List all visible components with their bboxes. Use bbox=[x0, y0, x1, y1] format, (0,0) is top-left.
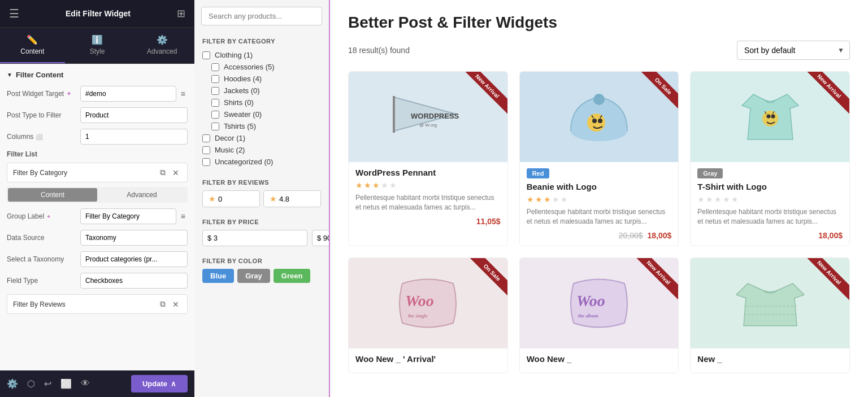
field-type-select[interactable]: Checkboxes bbox=[80, 273, 188, 289]
filter-by-reviews-section: FILTER BY REVIEWS ★ 0 ★ 4.8 bbox=[194, 173, 329, 213]
category-jackets[interactable]: Jackets (0) bbox=[202, 85, 321, 97]
checkbox-hoodies[interactable] bbox=[211, 75, 219, 83]
delete-category-btn[interactable]: ✕ bbox=[170, 167, 181, 178]
product-stars-0: ★ ★ ★ ★ ★ bbox=[355, 181, 501, 190]
checkbox-decor[interactable] bbox=[202, 134, 210, 142]
info-icon: ℹ️ bbox=[92, 34, 103, 45]
history-icon[interactable]: ↩ bbox=[44, 378, 51, 389]
svg-point-7 bbox=[592, 119, 597, 123]
category-uncategorized[interactable]: Uncategorized (0) bbox=[202, 156, 321, 168]
color-btn-blue[interactable]: Blue bbox=[202, 269, 234, 283]
checkbox-clothing[interactable] bbox=[202, 51, 210, 59]
product-stars-2: ★ ★ ★ ★ ★ bbox=[697, 195, 843, 204]
color-btn-gray[interactable]: Gray bbox=[237, 269, 270, 283]
price-min-input[interactable] bbox=[202, 230, 307, 246]
old-price-1: 20,00$ bbox=[619, 231, 643, 240]
ribbon-1: On Sale bbox=[637, 72, 678, 112]
group-label-input[interactable] bbox=[80, 208, 176, 224]
columns-row: Columns ⬜ 1 bbox=[7, 129, 188, 145]
data-source-select[interactable]: Taxonomy bbox=[80, 230, 188, 246]
product-info-4: Woo New _ bbox=[520, 348, 679, 373]
category-clothing[interactable]: Clothing (1) bbox=[202, 49, 321, 61]
page-title: Better Post & Filter Widgets bbox=[348, 14, 850, 32]
post-type-select[interactable]: Product bbox=[80, 107, 188, 123]
checkbox-uncategorized[interactable] bbox=[202, 158, 210, 166]
tshirt-svg bbox=[736, 86, 804, 148]
tab-content[interactable]: ✏️ Content bbox=[0, 28, 65, 63]
menu-icon[interactable]: ☰ bbox=[9, 7, 19, 20]
product-image-0: WORDPRESS @ W.org New Arrival bbox=[349, 72, 507, 162]
field-type-row: Field Type Checkboxes bbox=[7, 273, 188, 289]
filter-item-reviews-actions: ⧉ ✕ bbox=[158, 298, 181, 310]
product-info-2: Gray T-Shirt with Logo ★ ★ ★ ★ ★ Pellent… bbox=[691, 162, 849, 246]
sort-select-wrapper: Sort by default Sort by price Sort by na… bbox=[737, 41, 850, 60]
grid-icon[interactable]: ⊞ bbox=[177, 7, 185, 20]
svg-text:Woo: Woo bbox=[405, 292, 434, 309]
checkbox-music[interactable] bbox=[202, 146, 210, 154]
update-button[interactable]: Update ∧ bbox=[131, 375, 188, 392]
search-input[interactable] bbox=[201, 7, 322, 25]
product-tag-2: Gray bbox=[697, 168, 723, 178]
star-0-0: ★ bbox=[355, 181, 363, 190]
product-price-0: 11,05$ bbox=[355, 217, 501, 226]
duplicate-category-btn[interactable]: ⧉ bbox=[158, 167, 168, 178]
color-buttons: Blue Gray Green bbox=[202, 269, 321, 283]
filter-content-label: Filter Content bbox=[16, 71, 64, 79]
review-min-box: ★ 0 bbox=[202, 190, 260, 207]
checkbox-jackets[interactable] bbox=[211, 87, 219, 95]
star-2-2: ★ bbox=[714, 195, 722, 204]
star-1-0: ★ bbox=[527, 195, 534, 204]
post-type-label: Post Type to Filter bbox=[7, 111, 80, 119]
price-max-input[interactable] bbox=[312, 230, 330, 246]
columns-select[interactable]: 1 bbox=[80, 129, 188, 145]
checkbox-tshirts[interactable] bbox=[211, 123, 219, 130]
svg-text:WORDPRESS: WORDPRESS bbox=[411, 112, 459, 120]
filter-item-category-label: Filter By Category bbox=[13, 169, 67, 177]
duplicate-reviews-btn[interactable]: ⧉ bbox=[158, 298, 168, 310]
filter-item-reviews-label: Filter By Reviews bbox=[13, 300, 66, 308]
product-tag-1: Red bbox=[527, 168, 550, 178]
left-panel: ☰ Edit Filter Widget ⊞ ✏️ Content ℹ️ Sty… bbox=[0, 0, 194, 397]
product-image-5: New Arrival bbox=[691, 258, 849, 348]
product-desc-2: Pellentesque habitant morbi tristique se… bbox=[697, 207, 843, 226]
category-sweater[interactable]: Sweater (0) bbox=[202, 108, 321, 120]
sub-tab-advanced[interactable]: Advanced bbox=[97, 188, 186, 202]
select-taxonomy-label: Select a Taxonomy bbox=[7, 255, 80, 263]
svg-point-5 bbox=[593, 94, 605, 105]
product-stars-1: ★ ★ ★ ★ ★ bbox=[527, 195, 672, 204]
checkbox-sweater[interactable] bbox=[211, 111, 219, 119]
post-widget-target-icon-btn[interactable]: ≡ bbox=[179, 88, 188, 99]
layers-icon[interactable]: ⬡ bbox=[27, 378, 35, 389]
filter-sub-tabs: Content Advanced bbox=[7, 187, 188, 203]
svg-point-8 bbox=[598, 119, 602, 123]
svg-text:@ W.org: @ W.org bbox=[419, 123, 437, 128]
delete-reviews-btn[interactable]: ✕ bbox=[170, 298, 181, 310]
responsive-icon[interactable]: ⬜ bbox=[60, 378, 72, 389]
category-shirts[interactable]: Shirts (0) bbox=[202, 97, 321, 108]
color-btn-green[interactable]: Green bbox=[274, 269, 311, 283]
checkbox-accessories[interactable] bbox=[211, 63, 219, 71]
filter-content-section[interactable]: ▼ Filter Content bbox=[7, 71, 188, 79]
category-music[interactable]: Music (2) bbox=[202, 144, 321, 156]
category-hoodies[interactable]: Hoodies (4) bbox=[202, 73, 321, 85]
settings-icon[interactable]: ⚙️ bbox=[7, 378, 18, 389]
columns-icon: ⬜ bbox=[36, 134, 42, 140]
sort-select[interactable]: Sort by default Sort by price Sort by na… bbox=[737, 41, 850, 60]
category-tshirts[interactable]: Tshirts (5) bbox=[202, 120, 321, 132]
tab-style[interactable]: ℹ️ Style bbox=[65, 28, 130, 63]
product-name-5: New _ bbox=[697, 354, 843, 364]
group-label-label: Group Label ✦ bbox=[7, 212, 80, 220]
post-widget-target-input[interactable] bbox=[80, 86, 176, 102]
preview-icon[interactable]: 👁 bbox=[81, 378, 90, 389]
filter-reviews-title: FILTER BY REVIEWS bbox=[202, 179, 321, 186]
panel-body: ▼ Filter Content Post Widget Target ✦ ≡ … bbox=[0, 64, 194, 370]
filter-color-title: FILTER BY COLOR bbox=[202, 258, 321, 264]
panel-header: ☰ Edit Filter Widget ⊞ bbox=[0, 0, 194, 28]
select-taxonomy-select[interactable]: Product categories (pr... bbox=[80, 251, 188, 267]
sub-tab-content[interactable]: Content bbox=[8, 188, 97, 202]
category-decor[interactable]: Decor (1) bbox=[202, 132, 321, 144]
category-accessories[interactable]: Accessories (5) bbox=[202, 61, 321, 73]
group-label-icon-btn[interactable]: ≡ bbox=[179, 211, 188, 222]
tab-advanced[interactable]: ⚙️ Advanced bbox=[129, 28, 194, 63]
checkbox-shirts[interactable] bbox=[211, 99, 219, 107]
